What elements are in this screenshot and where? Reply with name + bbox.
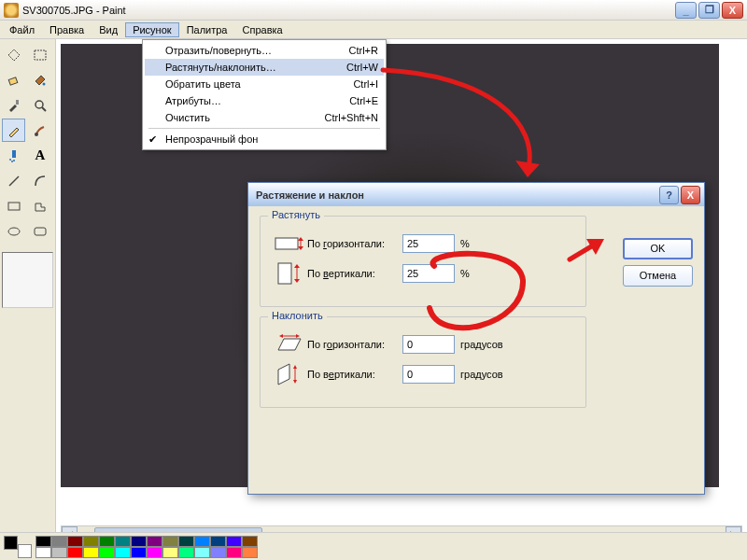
color-swatch[interactable] <box>115 547 131 558</box>
skew-horiz-unit: градусов <box>460 339 503 350</box>
color-swatch[interactable] <box>131 536 147 547</box>
ok-button[interactable]: OK <box>623 238 693 259</box>
color-swatch[interactable] <box>67 536 83 547</box>
tool-roundrect[interactable] <box>29 219 52 243</box>
skew-vert-input[interactable] <box>402 365 455 384</box>
menu-opaque-bg[interactable]: ✔ Непрозрачный фон <box>145 131 384 147</box>
stretch-horiz-input[interactable] <box>402 234 455 253</box>
color-swatch[interactable] <box>99 547 115 558</box>
maximize-button[interactable]: ❐ <box>698 2 720 19</box>
menu-item-shortcut: Ctrl+Shft+N <box>325 112 378 123</box>
color-swatch[interactable] <box>67 547 83 558</box>
stretch-horiz-label: По горизонтали: <box>307 238 402 249</box>
menu-attributes[interactable]: Атрибуты… Ctrl+E <box>145 92 384 109</box>
svg-rect-16 <box>35 228 46 235</box>
tool-airbrush[interactable] <box>2 144 25 167</box>
color-swatch[interactable] <box>162 536 178 547</box>
cancel-button[interactable]: Отмена <box>623 265 693 287</box>
tool-options[interactable] <box>2 252 53 308</box>
color-swatch[interactable] <box>226 536 242 547</box>
stretch-legend: Растянуть <box>268 209 324 220</box>
skew-horiz-label: По горизонтали: <box>307 339 402 350</box>
menu-palette[interactable]: Палитра <box>179 22 235 37</box>
color-swatch[interactable] <box>83 536 99 547</box>
menu-clear[interactable]: Очистить Ctrl+Shft+N <box>145 109 384 126</box>
menu-item-shortcut: Ctrl+I <box>353 78 378 90</box>
menu-image[interactable]: Рисунок <box>125 22 179 37</box>
tool-rect-select[interactable] <box>29 43 52 66</box>
color-swatch[interactable] <box>147 536 162 547</box>
color-swatch[interactable] <box>194 547 210 558</box>
color-swatch[interactable] <box>35 547 51 558</box>
svg-point-11 <box>11 161 13 162</box>
svg-point-10 <box>13 160 15 161</box>
tool-pencil[interactable] <box>2 119 25 142</box>
tool-rect[interactable] <box>2 194 25 217</box>
tool-polygon[interactable] <box>29 194 52 217</box>
tool-zoom[interactable] <box>29 93 52 117</box>
titlebar: SV300705.JPG - Paint _ ❐ X <box>0 0 747 21</box>
svg-rect-13 <box>8 203 20 210</box>
dialog-titlebar: Растяжение и наклон ? X <box>248 183 704 206</box>
menu-flip-rotate[interactable]: Отразить/повернуть… Ctrl+R <box>145 42 384 59</box>
minimize-button[interactable]: _ <box>675 2 697 19</box>
menu-item-shortcut: Ctrl+R <box>349 45 378 56</box>
foreground-color-swatch[interactable] <box>4 536 18 550</box>
menu-stretch-skew[interactable]: Растянуть/наклонить… Ctrl+W <box>145 59 384 76</box>
color-swatch[interactable] <box>131 547 147 558</box>
svg-rect-4 <box>16 100 19 105</box>
tool-free-select[interactable] <box>2 43 25 66</box>
dialog-title: Растяжение и наклон <box>256 189 364 201</box>
menu-view[interactable]: Вид <box>92 22 125 37</box>
fgbg-swatch[interactable] <box>4 536 32 558</box>
menu-file[interactable]: Файл <box>2 22 42 37</box>
menu-edit[interactable]: Правка <box>42 22 92 37</box>
color-swatch[interactable] <box>178 536 194 547</box>
color-swatch[interactable] <box>242 547 258 558</box>
color-swatch[interactable] <box>99 536 115 547</box>
svg-marker-19 <box>298 237 303 241</box>
color-swatch[interactable] <box>210 547 226 558</box>
color-palette-bar <box>0 532 747 560</box>
color-swatch[interactable] <box>226 547 242 558</box>
svg-marker-28 <box>296 334 300 338</box>
app-icon <box>4 3 19 18</box>
color-swatch[interactable] <box>147 547 162 558</box>
color-swatch[interactable] <box>210 536 226 547</box>
stretch-vert-input[interactable] <box>402 264 455 283</box>
tool-picker[interactable] <box>2 93 25 117</box>
dialog-help-button[interactable]: ? <box>659 186 679 204</box>
menu-help[interactable]: Справка <box>235 22 290 37</box>
background-color-swatch[interactable] <box>18 544 32 558</box>
svg-marker-29 <box>278 364 289 385</box>
svg-rect-21 <box>278 263 291 284</box>
color-swatch[interactable] <box>178 547 194 558</box>
color-swatch[interactable] <box>115 536 131 547</box>
color-swatch[interactable] <box>51 536 67 547</box>
stretch-horiz-unit: % <box>460 238 470 249</box>
color-swatch[interactable] <box>35 536 51 547</box>
svg-point-9 <box>9 159 11 161</box>
dialog-close-button[interactable]: X <box>681 186 700 204</box>
tool-fill[interactable] <box>29 68 52 91</box>
color-swatch[interactable] <box>51 547 67 558</box>
tool-ellipse[interactable] <box>2 219 25 243</box>
tool-eraser[interactable] <box>2 68 25 91</box>
svg-marker-24 <box>294 279 300 283</box>
menu-item-label: Растянуть/наклонить… <box>165 62 276 73</box>
close-button[interactable]: X <box>722 2 743 19</box>
color-swatch[interactable] <box>194 536 210 547</box>
menu-invert-colors[interactable]: Обратить цвета Ctrl+I <box>145 76 384 92</box>
svg-rect-17 <box>275 238 298 249</box>
tool-curve[interactable] <box>29 169 52 192</box>
tool-text[interactable]: A <box>29 144 52 167</box>
color-swatch[interactable] <box>242 536 258 547</box>
color-swatch[interactable] <box>83 547 99 558</box>
stretch-horiz-icon <box>270 233 307 254</box>
color-swatch[interactable] <box>162 547 178 558</box>
tool-line[interactable] <box>2 169 25 192</box>
tool-brush[interactable] <box>29 119 52 142</box>
skew-horiz-input[interactable] <box>402 335 455 354</box>
window-title: SV300705.JPG - Paint <box>22 5 675 16</box>
svg-marker-31 <box>293 365 297 369</box>
